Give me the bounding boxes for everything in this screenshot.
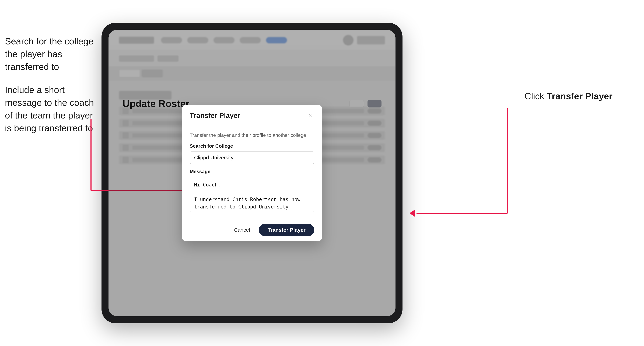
annotation-search-text: Search for the college the player has tr… <box>5 35 96 73</box>
modal-body: Transfer the player and their profile to… <box>182 126 322 219</box>
annotation-right: Click Transfer Player <box>524 91 612 101</box>
modal-close-button[interactable]: × <box>306 111 314 120</box>
transfer-player-button[interactable]: Transfer Player <box>259 224 314 236</box>
message-label: Message <box>190 169 314 174</box>
ipad-frame: Update Roster Transfer Player × Transfer… <box>102 23 402 323</box>
annotation-transfer-text: Transfer Player <box>547 91 612 101</box>
annotation-message-text: Include a short message to the coach of … <box>5 84 96 134</box>
transfer-player-modal: Transfer Player × Transfer the player an… <box>182 105 322 241</box>
modal-header: Transfer Player × <box>182 105 322 126</box>
message-textarea[interactable]: Hi Coach, I understand Chris Robertson h… <box>190 177 314 212</box>
svg-marker-4 <box>410 210 415 217</box>
search-college-label: Search for College <box>190 143 314 149</box>
modal-subtitle: Transfer the player and their profile to… <box>190 133 314 138</box>
modal-footer: Cancel Transfer Player <box>182 219 322 241</box>
cancel-button[interactable]: Cancel <box>228 224 255 236</box>
annotation-click-text: Click <box>524 91 544 101</box>
modal-title: Transfer Player <box>190 112 240 120</box>
modal-overlay: Transfer Player × Transfer the player an… <box>108 30 396 316</box>
screen-foreground: Update Roster Transfer Player × Transfer… <box>108 30 396 316</box>
ipad-screen: Update Roster Transfer Player × Transfer… <box>108 30 396 316</box>
annotation-left: Search for the college the player has tr… <box>5 35 96 145</box>
search-college-input[interactable] <box>190 151 314 164</box>
